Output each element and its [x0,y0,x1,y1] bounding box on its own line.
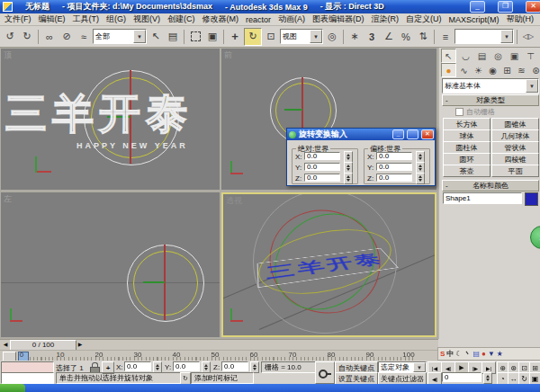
sphere-button[interactable]: 球体 [443,129,490,142]
chevron-down-icon[interactable]: ▼ [310,30,322,43]
spacewarps-category-icon[interactable]: ≋ [515,64,528,76]
chevron-down-icon[interactable]: ▼ [526,79,538,93]
ime-sogou-icon[interactable]: S [440,350,445,358]
abs-z-spinner[interactable] [344,173,353,184]
dialog-title-bar[interactable]: 旋转变换输入 _ ✕ [287,129,435,140]
unlink-selection-icon[interactable]: ⊘ [58,29,75,45]
dialog-minimize-button[interactable]: _ [392,129,404,139]
window-crossing-icon[interactable]: ▣ [204,29,220,45]
percent-snap-icon[interactable]: % [398,29,414,45]
menu-reactor[interactable]: reactor [243,15,274,24]
coord-system-dropdown[interactable]: 视图 ▼ [280,29,323,44]
dialog-restore-button[interactable] [407,129,418,139]
scene-subtext-wireframe[interactable]: HAPPY NEW YEAR [76,141,188,150]
abs-y-field[interactable] [304,163,340,171]
use-pivot-center-icon[interactable]: ◎ [324,29,340,45]
close-button[interactable]: ✕ [526,1,540,13]
key-filters-button[interactable]: 关键点过滤器 [378,372,427,385]
spinner-snap-icon[interactable]: ⇅ [415,29,431,45]
lights-category-icon[interactable]: ☀ [472,64,485,76]
y-coord-field[interactable] [173,361,200,371]
hierarchy-tab-icon[interactable]: ▤ [475,49,489,62]
helpers-category-icon[interactable]: ⊞ [500,64,514,76]
ime-fullwidth-icon[interactable]: ☾ [455,350,462,358]
viewport-top[interactable]: 顶 三羊开泰 HAPPY NEW YEAR [1,49,220,190]
chevron-down-icon[interactable]: ▼ [133,30,146,43]
set-key-mode-button[interactable] [315,361,335,384]
ime-punctuation-icon[interactable]: 丶 [464,349,472,359]
rotate-gizmo-inner[interactable] [133,251,198,316]
box-button[interactable]: 长方体 [443,118,490,130]
cameras-category-icon[interactable]: ◉ [486,64,500,76]
menu-help[interactable]: 帮助(H) [504,13,537,25]
primitive-category-dropdown[interactable]: 标准基本体 ▼ [442,78,539,94]
dialog-close-button[interactable]: ✕ [421,129,434,139]
angle-snap-icon[interactable]: ∠ [381,29,397,45]
add-time-tag[interactable]: 添加时间标记 [191,372,254,384]
frame-forward-button[interactable]: ▶ [76,341,84,349]
geosphere-button[interactable]: 几何球体 [491,129,539,142]
rotate-transform-typein-dialog[interactable]: 旋转变换输入 _ ✕ 绝对:世界 X: Y: Z: 偏移:世界 X: Y: Z: [286,128,436,186]
undo-icon[interactable]: ↺ [2,29,18,45]
object-type-rollout-header[interactable]: - 对象类型 [442,94,539,106]
key-step-icon[interactable]: ◀| [428,372,442,385]
menu-rendering[interactable]: 渲染(R) [369,13,402,25]
perspective-text-scene[interactable]: 三羊开泰 [232,216,421,315]
select-rotate-icon[interactable]: ↻ [244,28,262,46]
off-y-field[interactable] [376,163,412,171]
ime-mode-icon[interactable]: 中 [446,349,454,359]
off-x-field[interactable] [376,152,412,160]
select-scale-icon[interactable]: ⊡ [263,29,279,45]
abs-z-field[interactable] [304,174,340,182]
maxscript-listener-line[interactable] [1,372,54,384]
create-tab-icon[interactable]: ↖ [441,49,456,63]
menu-graph-editors[interactable]: 图表编辑器(D) [310,13,367,25]
modify-tab-icon[interactable]: ◡ [459,49,472,62]
plane-button[interactable]: 平面 [491,165,539,177]
chevron-down-icon[interactable]: ▼ [500,30,513,43]
cylinder-button[interactable]: 圆柱体 [443,141,490,154]
abs-x-field[interactable] [304,152,340,160]
chevron-down-icon[interactable]: ▼ [413,362,426,372]
utilities-tab-icon[interactable]: ⊤ [524,49,537,62]
object-color-swatch[interactable] [525,192,538,206]
viewport-label-left[interactable]: 左 [4,193,12,205]
viewport-label-front[interactable]: 前 [224,49,232,61]
select-object-icon[interactable]: ↖ [148,29,164,45]
shapes-category-icon[interactable]: ∿ [457,64,471,76]
snap-toggle-3d-icon[interactable]: 3 [364,29,380,45]
menu-tools[interactable]: 工具(T) [70,13,103,25]
viewport-label-top[interactable]: 顶 [4,49,12,61]
selection-filter-dropdown[interactable]: 全部 ▼ [93,29,147,44]
restore-button[interactable]: ❐ [498,1,513,13]
rectangular-selection-icon[interactable] [187,29,203,45]
teapot-button[interactable]: 茶壶 [443,165,490,177]
ime-keyboard-icon[interactable]: ▤ [473,350,481,358]
prompt-aux-icon[interactable]: ↻ [180,372,191,385]
frame-spinner[interactable] [483,372,492,384]
menu-edit[interactable]: 编辑(E) [36,13,68,25]
menu-views[interactable]: 视图(V) [130,13,163,25]
off-z-spinner[interactable] [416,173,425,184]
systems-category-icon[interactable]: ⊛ [529,64,540,76]
menu-group[interactable]: 组(G) [104,13,129,25]
pyramid-button[interactable]: 四棱锥 [491,153,539,165]
start-button-fragment[interactable] [0,384,25,392]
windows-taskbar[interactable] [0,384,540,392]
cone-button[interactable]: 圆锥体 [491,118,539,130]
select-manipulate-icon[interactable]: ∗ [346,29,363,45]
set-key-button[interactable]: 设置关键点 [335,372,378,385]
menu-maxscript[interactable]: MAXScript(M) [446,15,502,24]
z-coord-field[interactable] [221,361,248,371]
edit-named-sets-icon[interactable]: ≡ [437,29,454,45]
name-color-rollout-header[interactable]: - 名称和颜色 [442,180,539,192]
minimize-button[interactable]: _ [470,1,485,13]
named-selection-dropdown[interactable]: ▼ [454,29,514,44]
menu-animation[interactable]: 动画(A) [275,13,308,25]
viewport-left[interactable]: 左 [1,192,220,337]
off-z-field[interactable] [376,174,412,182]
viewport-perspective-active[interactable]: 透视 三羊开泰 [221,192,436,337]
menu-modifiers[interactable]: 修改器(M) [200,13,242,25]
select-and-link-icon[interactable]: ∞ [41,29,58,45]
autogrid-checkbox[interactable] [455,108,464,116]
